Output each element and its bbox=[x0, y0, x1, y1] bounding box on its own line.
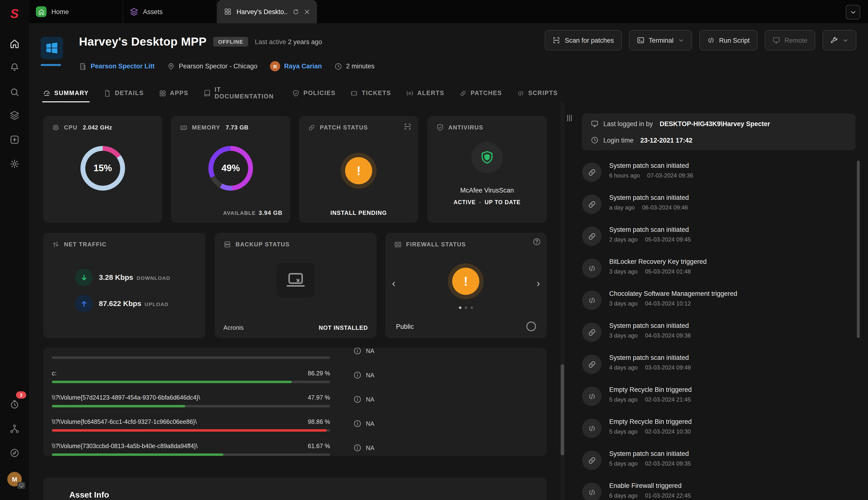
carousel-dots[interactable] bbox=[385, 307, 547, 309]
memory-card: MEMORY 7.73 GB 49% AVAILABLE3.94 GB bbox=[171, 116, 290, 223]
expand-icon[interactable] bbox=[404, 123, 411, 130]
tab-refresh-icon[interactable] bbox=[293, 9, 299, 15]
wrench-icon bbox=[830, 36, 838, 44]
disk-usage-percent: 86.29 % bbox=[185, 370, 330, 377]
activity-timestamp: 3 days ago04-03-2024 10:12 bbox=[609, 300, 691, 307]
status-badge: OFFLINE bbox=[213, 37, 248, 47]
tab-asset-detail[interactable]: Harvey's Deskto... bbox=[217, 0, 317, 23]
disk-usage-bar bbox=[52, 356, 330, 359]
tab-home[interactable]: Home bbox=[29, 0, 123, 23]
activity-item[interactable]: Enable Firewall triggered 6 days ago01-0… bbox=[582, 481, 855, 500]
tab-policies[interactable]: POLICIES bbox=[292, 84, 336, 102]
activity-item[interactable]: System patch scan initiated a day ago06-… bbox=[582, 193, 855, 225]
activity-item[interactable]: System patch scan initiated 6 hours ago0… bbox=[582, 160, 855, 193]
user-avatar[interactable]: M bbox=[0, 468, 29, 490]
last-active-text: Last active 2 years ago bbox=[255, 38, 322, 45]
script-icon bbox=[588, 424, 596, 432]
tab-close-icon[interactable] bbox=[304, 9, 310, 15]
section-tab-icon bbox=[459, 90, 467, 97]
sidebar-item-search[interactable] bbox=[0, 82, 29, 102]
info-icon[interactable] bbox=[353, 444, 362, 452]
main-scrollbar-thumb[interactable] bbox=[561, 364, 564, 455]
firewall-toggle-icon[interactable] bbox=[526, 321, 536, 331]
asset-info-title: Asset Info bbox=[69, 490, 109, 500]
tab-alerts[interactable]: ALERTS bbox=[406, 84, 444, 102]
activity-item[interactable]: Chocolatey Software Management triggered… bbox=[582, 288, 855, 320]
tab-it-documentation[interactable]: IT DOCUMENTATION bbox=[203, 84, 277, 102]
panel-resize-grip[interactable] bbox=[567, 115, 572, 121]
scan-for-patches-button[interactable]: Scan for patches bbox=[545, 30, 622, 50]
info-icon[interactable] bbox=[353, 348, 362, 355]
monitor-icon bbox=[591, 120, 599, 127]
terminal-button[interactable]: Terminal bbox=[629, 30, 692, 50]
login-info-box: Last logged in by DESKTOP-HIG43K9\Harvey… bbox=[582, 113, 855, 150]
sidebar-item-home[interactable] bbox=[0, 34, 29, 53]
activity-timestamp: 4 days ago03-03-2024 09:49 bbox=[609, 364, 691, 371]
disk-usage-row: \\?\Volume{57d24123-4897-454a-9370-6bfa6… bbox=[43, 391, 547, 416]
activity-timestamp: 5 days ago02-03-2024 21:45 bbox=[609, 396, 691, 403]
remote-button[interactable]: Remote bbox=[764, 30, 815, 50]
activity-item[interactable]: System patch scan initiated 5 days ago02… bbox=[582, 448, 855, 481]
brand-logo[interactable]: S bbox=[0, 5, 29, 22]
tab-patches[interactable]: PATCHES bbox=[459, 84, 502, 102]
section-tab-icon bbox=[292, 90, 300, 97]
activity-item[interactable]: BitLocker Recovery Key triggered 3 days … bbox=[582, 257, 855, 288]
help-icon[interactable] bbox=[532, 238, 541, 246]
patch-status-text: INSTALL PENDING bbox=[299, 209, 418, 216]
patch-icon bbox=[587, 168, 596, 177]
sidebar-item-tasks[interactable]: 3 bbox=[0, 395, 29, 414]
download-arrow-icon bbox=[75, 269, 93, 286]
technician-link[interactable]: R Raya Carian bbox=[270, 61, 322, 71]
tab-assets[interactable]: Assets bbox=[123, 0, 217, 23]
sidebar-item-create[interactable] bbox=[0, 130, 29, 149]
disk-usage-percent: 61.67 % bbox=[185, 443, 330, 450]
tab-list-dropdown[interactable] bbox=[846, 5, 860, 19]
carousel-next-icon[interactable]: › bbox=[537, 279, 540, 288]
activity-item[interactable]: Empty Recycle Bin triggered 5 days ago02… bbox=[582, 417, 855, 448]
sidebar-item-modules[interactable] bbox=[0, 106, 29, 125]
building-icon bbox=[79, 62, 87, 70]
info-icon[interactable] bbox=[353, 395, 362, 404]
tab-tickets[interactable]: TICKETS bbox=[351, 84, 391, 102]
sidebar-item-network[interactable] bbox=[0, 419, 29, 439]
activity-item[interactable]: System patch scan initiated 2 days ago05… bbox=[582, 225, 855, 257]
patch-status-card: PATCH STATUS ! INSTALL PENDING bbox=[299, 116, 418, 223]
disk-na-label: NA bbox=[366, 348, 374, 354]
asset-dashboard: S 3 M Home Assets Harvey's Des bbox=[0, 0, 868, 500]
activity-item[interactable]: Empty Recycle Bin triggered 5 days ago02… bbox=[582, 385, 855, 417]
cpu-icon bbox=[52, 124, 60, 132]
patch-icon bbox=[587, 231, 596, 241]
info-icon[interactable] bbox=[353, 371, 362, 379]
laptop-icon bbox=[277, 263, 315, 298]
backup-status-card: BACKUP STATUS Acronis NOT INSTALLED bbox=[215, 233, 377, 338]
sidebar-item-settings[interactable] bbox=[0, 154, 29, 174]
login-time-row: Login time 23-12-2021 17:42 bbox=[591, 136, 847, 144]
disk-name: \\?\Volume{fc648547-6cc1-4cfd-9327-1c966… bbox=[52, 419, 197, 425]
disk-na-group: NA bbox=[353, 444, 374, 452]
tab-apps[interactable]: APPS bbox=[159, 84, 188, 102]
activity-item[interactable]: System patch scan initiated 3 days ago04… bbox=[582, 320, 855, 353]
carousel-prev-icon[interactable]: ‹ bbox=[392, 279, 395, 288]
tab-scripts[interactable]: SCRIPTS bbox=[517, 84, 558, 102]
sidebar-item-notifications[interactable] bbox=[0, 58, 29, 77]
section-tab-label: DETAILS bbox=[115, 90, 144, 96]
client-link[interactable]: Pearson Spector Litt bbox=[79, 62, 155, 70]
traffic-icon bbox=[52, 240, 60, 248]
activity-item[interactable]: System patch scan initiated 4 days ago03… bbox=[582, 353, 855, 385]
section-tab-icon bbox=[517, 90, 524, 97]
tab-details[interactable]: DETAILS bbox=[104, 84, 144, 102]
panel-scrollbar-thumb[interactable] bbox=[857, 160, 860, 338]
tab-summary[interactable]: SUMMARY bbox=[43, 84, 89, 102]
memory-available: AVAILABLE3.94 GB bbox=[223, 209, 283, 216]
activity-icon bbox=[582, 451, 601, 470]
disk-usage-bar bbox=[52, 429, 330, 432]
asset-meta-row: Pearson Spector Litt Pearson Spector - C… bbox=[79, 61, 374, 71]
tools-menu-button[interactable] bbox=[822, 30, 856, 50]
sidebar-item-explore[interactable] bbox=[0, 443, 29, 463]
disk-usage-row: NA bbox=[43, 348, 547, 367]
section-tab-label: SCRIPTS bbox=[528, 90, 558, 96]
run-script-button[interactable]: Run Script bbox=[699, 30, 757, 50]
info-icon[interactable] bbox=[353, 420, 362, 428]
last-logged-row: Last logged in by DESKTOP-HIG43K9\Harvey… bbox=[591, 120, 847, 127]
memory-percent: 49% bbox=[222, 163, 240, 174]
